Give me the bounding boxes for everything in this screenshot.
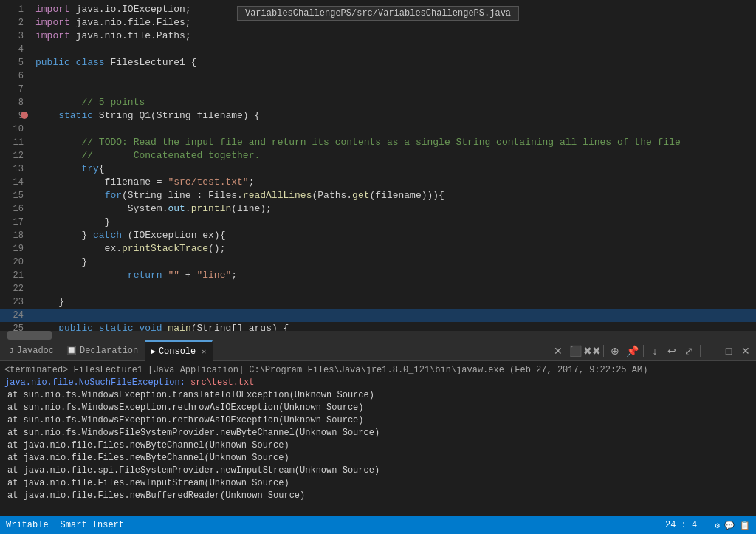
line-number: 5: [0, 56, 30, 69]
line-content: [30, 123, 756, 136]
toolbar-separator: [603, 345, 604, 357]
code-line[interactable]: 15 for(String line : Files.readAllLines(…: [0, 189, 756, 202]
toolbar-close-panel-button[interactable]: ✕: [738, 343, 753, 358]
code-line[interactable]: 3import java.nio.file.Paths;: [0, 30, 756, 43]
code-line[interactable]: 19 ex.printStackTrace();: [0, 242, 756, 256]
toolbar-stop-button[interactable]: ⬛: [568, 343, 583, 358]
console-error-link[interactable]: java.nio.file.NoSuchFileException:: [4, 377, 185, 388]
code-line[interactable]: 25 public static void main(String[] args…: [0, 322, 756, 331]
console-content[interactable]: <terminated> FilesLecture1 [Java Applica…: [0, 361, 756, 516]
code-line[interactable]: 14 filename = "src/test.txt";: [0, 176, 756, 189]
toolbar-maximize-button[interactable]: □: [721, 343, 736, 358]
console-stack-line: at sun.nio.fs.WindowsException.rethrowAs…: [4, 414, 752, 427]
line-content: System.out.println(line);: [30, 202, 756, 216]
code-line[interactable]: 5public class FilesLecture1 {: [0, 56, 756, 69]
line-content: }: [30, 216, 756, 229]
status-position: 24 : 4: [665, 520, 697, 530]
status-insert: Smart Insert: [61, 520, 124, 530]
code-line[interactable]: 20 }: [0, 256, 756, 269]
console-tab-icon: ▶: [151, 346, 156, 356]
line-number: 22: [0, 282, 30, 295]
line-number: 3: [0, 30, 30, 43]
line-number: 7: [0, 83, 30, 96]
code-line[interactable]: 21 return "" + "line";: [0, 269, 756, 282]
code-line[interactable]: 10: [0, 123, 756, 136]
code-container[interactable]: 1import java.io.IOException;2import java…: [0, 0, 756, 331]
line-content: [30, 282, 756, 295]
code-line[interactable]: 9 static String Q1(String filename) {: [0, 109, 756, 123]
console-tab-close[interactable]: ✕: [202, 347, 206, 356]
code-line[interactable]: 16 System.out.println(line);: [0, 202, 756, 216]
line-content: static String Q1(String filename) {: [30, 109, 756, 123]
panel-tab-console[interactable]: ▶Console ✕: [145, 340, 213, 361]
code-line[interactable]: 22: [0, 282, 756, 295]
console-stack-line: at java.nio.file.Files.newInputStream(Un…: [4, 477, 752, 490]
status-bar: Writable Smart Insert 24 : 4 ⚙ 💬 📋: [0, 516, 756, 534]
javadoc-tab-icon: J: [9, 346, 14, 355]
toolbar-new-button[interactable]: ⊕: [608, 343, 622, 358]
filepath-bar: VariablesChallengePS/src/VariablesChalle…: [237, 6, 519, 21]
toolbar-separator: [700, 345, 701, 357]
line-number: 8: [0, 96, 30, 109]
toolbar-pin-button[interactable]: 📌: [625, 343, 639, 358]
line-content: [30, 69, 756, 83]
console-stack-line: at java.nio.file.Files.newByteChannel(Un…: [4, 452, 752, 465]
console-tab-label: Console: [159, 346, 196, 357]
console-stack-line: at sun.nio.fs.WindowsException.rethrowAs…: [4, 402, 752, 414]
line-content: // TODO: Read the input file and return …: [30, 136, 756, 149]
toolbar-remove-button[interactable]: ✖✖: [585, 343, 599, 358]
toolbar-word-wrap-button[interactable]: ↩: [664, 343, 679, 358]
code-line[interactable]: 18 } catch (IOException ex){: [0, 229, 756, 242]
line-number: 18: [0, 229, 30, 242]
line-content: public class FilesLecture1 {: [30, 56, 756, 69]
code-line[interactable]: 23 }: [0, 295, 756, 309]
line-number: 24: [0, 309, 30, 322]
panel-tab-javadoc[interactable]: JJavadoc: [3, 340, 61, 361]
line-content: [30, 309, 756, 322]
line-number: 19: [0, 242, 30, 256]
line-number: 2: [0, 16, 30, 30]
console-stack-line: at sun.nio.fs.WindowsFileSystemProvider.…: [4, 427, 752, 439]
code-line[interactable]: 12 // Concatenated together.: [0, 149, 756, 162]
console-error-path: src\test.txt: [185, 377, 255, 388]
toolbar-minimize-button[interactable]: —: [704, 343, 719, 358]
line-content: for(String line : Files.readAllLines(Pat…: [30, 189, 756, 202]
line-number: 20: [0, 256, 30, 269]
code-line[interactable]: 4: [0, 43, 756, 56]
code-line[interactable]: 7: [0, 83, 756, 96]
toolbar-scroll-button[interactable]: ↓: [647, 343, 662, 358]
toolbar-separator: [643, 345, 644, 357]
line-content: public static void main(String[] args) {: [30, 322, 756, 331]
horizontal-scrollbar-thumb[interactable]: [7, 331, 52, 340]
line-content: }: [30, 295, 756, 309]
line-number: 17: [0, 216, 30, 229]
line-content: filename = "src/test.txt";: [30, 176, 756, 189]
panel-tabs: JJavadoc🔲Declaration▶Console ✕ ✕⬛✖✖⊕📌↓↩⤢…: [0, 340, 756, 361]
console-stack-line: at java.nio.file.spi.FileSystemProvider.…: [4, 465, 752, 477]
code-line[interactable]: 24: [0, 309, 756, 322]
toolbar-open-button[interactable]: ⤢: [681, 343, 696, 358]
code-line[interactable]: 13 try{: [0, 162, 756, 176]
code-line[interactable]: 11 // TODO: Read the input file and retu…: [0, 136, 756, 149]
line-content: // Concatenated together.: [30, 149, 756, 162]
code-line[interactable]: 8 // 5 points: [0, 96, 756, 109]
line-content: import java.nio.file.Paths;: [30, 30, 756, 43]
line-content: }: [30, 256, 756, 269]
line-number: 9: [0, 109, 30, 123]
console-stack-line: at java.nio.file.Files.newBufferedReader…: [4, 490, 752, 502]
line-content: // 5 points: [30, 96, 756, 109]
line-number: 4: [0, 43, 30, 56]
code-line[interactable]: 6: [0, 69, 756, 83]
toolbar-clear-button[interactable]: ✕: [551, 343, 566, 358]
declaration-tab-label: Declaration: [80, 346, 138, 356]
panel-tab-declaration[interactable]: 🔲Declaration: [61, 340, 145, 361]
line-number: 1: [0, 3, 30, 16]
console-terminated-line: <terminated> FilesLecture1 [Java Applica…: [4, 364, 752, 377]
line-content: ex.printStackTrace();: [30, 242, 756, 256]
line-content: try{: [30, 162, 756, 176]
line-number: 10: [0, 123, 30, 136]
horizontal-scrollbar[interactable]: [0, 331, 756, 340]
line-number: 16: [0, 202, 30, 216]
code-line[interactable]: 17 }: [0, 216, 756, 229]
line-number: 12: [0, 149, 30, 162]
